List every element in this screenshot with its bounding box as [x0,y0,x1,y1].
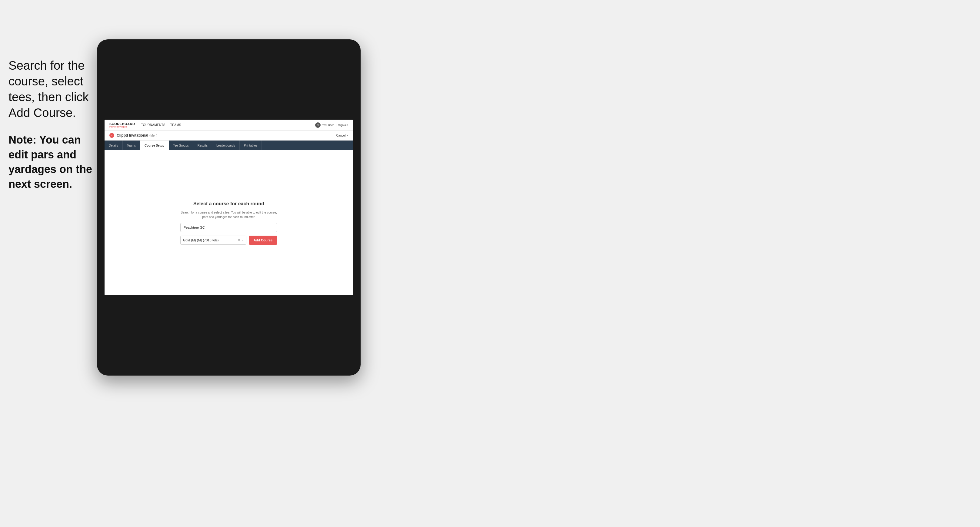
instructions-panel: Search for the course, select tees, then… [8,57,93,191]
tab-results[interactable]: Results [193,141,212,150]
main-content: Select a course for each round Search fo… [105,150,353,295]
topnav-links: TOURNAMENTS TEAMS [141,123,315,127]
tab-bar: Details Teams Course Setup Tee Groups Re… [105,141,353,150]
logo: SCOREBOARD Powered by clippd [110,122,135,128]
tab-tee-groups[interactable]: Tee Groups [169,141,193,150]
course-search-input[interactable] [180,223,277,232]
tee-clear-icon[interactable]: × [238,238,240,242]
tee-select-wrapper[interactable]: Gold (M) (M) (7010 yds) × ⌄ [180,236,247,245]
tab-course-setup[interactable]: Course Setup [140,141,169,150]
tournament-header: C Clippd Invitational (Men) Cancel × [105,130,353,141]
note-instruction: Note: You can edit pars and yardages on … [8,133,93,191]
logo-text: SCOREBOARD [110,122,135,126]
add-course-button[interactable]: Add Course [249,236,277,245]
main-instruction: Search for the course, select tees, then… [8,57,93,121]
top-navigation: SCOREBOARD Powered by clippd TOURNAMENTS… [105,120,353,130]
tablet-screen: SCOREBOARD Powered by clippd TOURNAMENTS… [105,120,353,295]
tee-dropdown-icon[interactable]: ⌄ [241,238,243,242]
tab-leaderboards[interactable]: Leaderboards [212,141,240,150]
topnav-right: R Test User | Sign out [315,122,348,128]
nav-teams[interactable]: TEAMS [170,123,181,127]
sign-out-link[interactable]: Sign out [338,124,348,127]
avatar: R [315,122,321,128]
tee-select-value: Gold (M) (M) (7010 yds) [183,238,238,242]
tab-printables[interactable]: Printables [240,141,262,150]
tab-details[interactable]: Details [105,141,123,150]
logo-sub: Powered by clippd [110,126,135,128]
tournament-name: Clippd Invitational [117,133,148,138]
user-name: Test User [323,124,334,127]
form-title: Select a course for each round [193,201,264,206]
cancel-icon: × [346,134,348,137]
tab-teams[interactable]: Teams [123,141,140,150]
tournament-badge: (Men) [150,134,157,137]
note-label: Note: [8,133,37,146]
tournament-icon: C [110,133,114,138]
separator: | [336,124,336,127]
tablet-device: SCOREBOARD Powered by clippd TOURNAMENTS… [97,40,361,376]
tee-select-row: Gold (M) (M) (7010 yds) × ⌄ Add Course [180,236,277,245]
tee-select-controls: × ⌄ [238,238,243,242]
nav-tournaments[interactable]: TOURNAMENTS [141,123,165,127]
add-course-reference: Add Course [8,106,72,119]
form-subtitle: Search for a course and select a tee. Yo… [180,210,277,219]
course-form: Select a course for each round Search fo… [180,201,277,245]
cancel-button[interactable]: Cancel × [336,134,348,137]
